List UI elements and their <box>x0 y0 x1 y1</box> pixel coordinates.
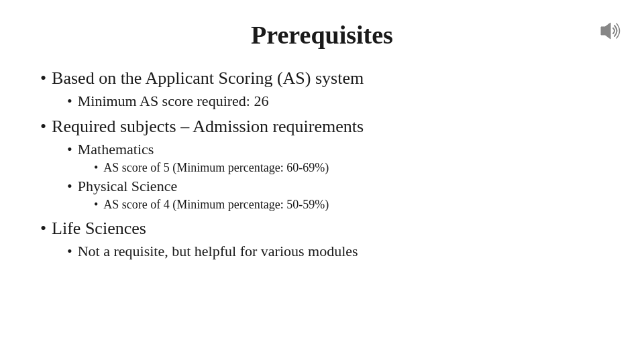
section-applicant-scoring: • Based on the Applicant Scoring (AS) sy… <box>40 68 604 110</box>
level3-math-score: • AS score of 5 (Minimum percentage: 60-… <box>94 161 604 175</box>
section-life-sciences: • Life Sciences • Not a requisite, but h… <box>40 219 604 260</box>
math-score-text: AS score of 5 (Minimum percentage: 60-69… <box>103 161 329 175</box>
bullet-1: • <box>40 68 46 88</box>
level2-life-sci-note: • Not a requisite, but helpful for vario… <box>67 243 604 260</box>
bullet-3-1: • <box>67 243 72 260</box>
physical-science-text: Physical Science <box>78 178 177 195</box>
bullet-2-2: • <box>67 178 72 195</box>
level3-phys-score: • AS score of 4 (Minimum percentage: 50-… <box>94 198 604 212</box>
mathematics-text: Mathematics <box>78 141 154 158</box>
level2-mathematics: • Mathematics <box>67 141 604 158</box>
slide-container: Prerequisites • Based on the Applicant S… <box>0 0 644 362</box>
level2-physical-science: • Physical Science <box>67 178 604 195</box>
slide-title: Prerequisites <box>40 20 604 50</box>
applicant-scoring-text: Based on the Applicant Scoring (AS) syst… <box>52 68 364 88</box>
min-score-text: Minimum AS score required: 26 <box>78 93 269 110</box>
bullet-2-2-1: • <box>94 198 98 212</box>
bullet-2-1: • <box>67 141 72 158</box>
level1-required-subjects: • Required subjects – Admission requirem… <box>40 117 604 137</box>
life-sciences-text: Life Sciences <box>52 219 146 239</box>
required-subjects-text: Required subjects – Admission requiremen… <box>52 117 364 137</box>
bullet-2-1-1: • <box>94 161 98 175</box>
level1-life-sciences: • Life Sciences <box>40 219 604 239</box>
life-sci-note-text: Not a requisite, but helpful for various… <box>78 243 358 260</box>
bullet-1-1: • <box>67 93 72 110</box>
svg-marker-0 <box>601 23 610 39</box>
phys-score-text: AS score of 4 (Minimum percentage: 50-59… <box>103 198 329 212</box>
speaker-icon[interactable] <box>598 19 623 43</box>
slide-content: • Based on the Applicant Scoring (AS) sy… <box>40 68 604 260</box>
section-required-subjects: • Required subjects – Admission requirem… <box>40 117 604 212</box>
level1-applicant-scoring: • Based on the Applicant Scoring (AS) sy… <box>40 68 604 88</box>
bullet-3: • <box>40 219 46 239</box>
bullet-2: • <box>40 117 46 137</box>
level2-min-score: • Minimum AS score required: 26 <box>67 93 604 110</box>
